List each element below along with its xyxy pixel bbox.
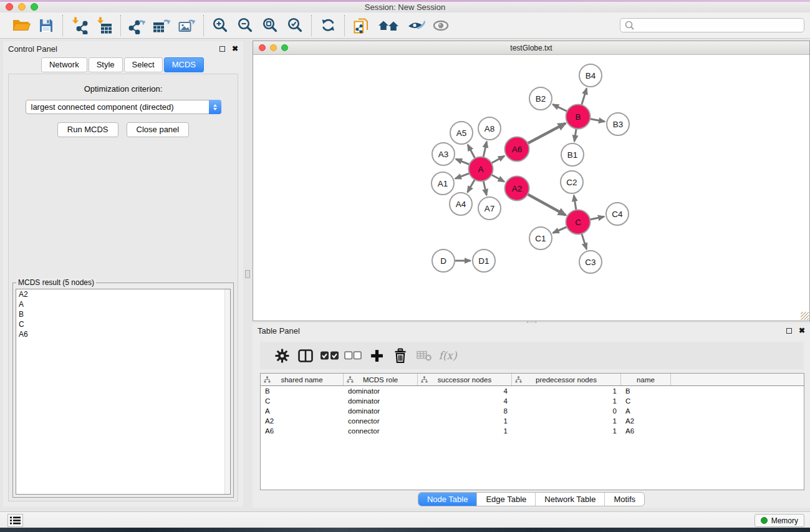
mcds-result-item[interactable]: A2 — [16, 289, 230, 299]
svg-text:A: A — [478, 165, 483, 174]
graph-node-C3[interactable]: C3 — [579, 251, 602, 273]
graph-node-C[interactable]: C — [566, 210, 591, 235]
tab-node-table[interactable]: Node Table — [418, 493, 477, 506]
float-panel-icon[interactable] — [786, 328, 792, 334]
search-input[interactable] — [635, 19, 804, 31]
graph-node-A7[interactable]: A7 — [478, 197, 501, 220]
table-cell: C — [261, 397, 344, 405]
mcds-result-item[interactable]: C — [16, 319, 230, 329]
deselect-all-button[interactable] — [341, 351, 365, 360]
column-header-name[interactable]: name — [621, 374, 671, 385]
clone-network-button[interactable] — [351, 16, 371, 36]
network-zoom-button[interactable] — [281, 44, 288, 51]
mcds-result-item[interactable]: B — [16, 309, 230, 319]
import-table-button[interactable] — [94, 16, 114, 36]
table-row[interactable]: Cdominator41C — [261, 396, 804, 406]
memory-button[interactable]: Memory — [755, 514, 804, 527]
graph-node-A3[interactable]: A3 — [432, 143, 455, 165]
tab-motifs[interactable]: Motifs — [604, 493, 644, 506]
import-network-button[interactable] — [69, 16, 89, 36]
table-row[interactable]: Bdominator41B — [261, 386, 804, 396]
close-panel-button[interactable]: Close panel — [127, 122, 190, 137]
tab-edge-table[interactable]: Edge Table — [476, 493, 535, 506]
table-row[interactable]: Adominator80A — [261, 406, 804, 416]
export-table-button[interactable] — [152, 16, 172, 36]
graph-node-B3[interactable]: B3 — [607, 113, 629, 135]
control-panel-tabs: Network Style Select MCDS — [3, 57, 243, 72]
delete-row-button[interactable] — [388, 348, 412, 364]
table-row[interactable]: A2connector11A2 — [261, 416, 804, 426]
toggle-graphics-details-button[interactable] — [406, 16, 426, 36]
zoom-out-button[interactable] — [235, 16, 255, 36]
export-image-button[interactable] — [177, 16, 197, 36]
graph-node-A4[interactable]: A4 — [450, 193, 472, 215]
network-graph: A A1 A2 A3 A4 A5 A6 A7 A8 B B1 B2 B3 — [253, 55, 809, 321]
svg-text:A2: A2 — [512, 184, 523, 193]
graph-node-A2[interactable]: A2 — [505, 177, 529, 201]
mcds-result-item[interactable]: A — [16, 299, 230, 309]
table-row[interactable]: A6connector11A6 — [261, 426, 804, 436]
show-details-button[interactable] — [431, 16, 451, 36]
column-header-shared-name[interactable]: shared name — [261, 374, 344, 385]
function-builder-button-disabled[interactable]: f(x) — [436, 349, 460, 362]
save-session-button[interactable] — [36, 16, 56, 36]
desktop-edge — [0, 528, 810, 532]
network-close-button[interactable] — [259, 44, 266, 51]
tab-network[interactable]: Network — [41, 57, 87, 72]
refresh-button[interactable] — [318, 16, 338, 36]
mcds-result-item[interactable]: A6 — [16, 329, 230, 339]
add-row-button[interactable] — [365, 349, 388, 363]
graph-node-A5[interactable]: A5 — [450, 122, 473, 144]
open-file-button[interactable] — [11, 16, 31, 36]
criterion-dropdown[interactable]: largest connected component (directed) — [26, 100, 221, 114]
float-panel-icon[interactable] — [219, 46, 225, 52]
svg-text:B: B — [575, 112, 581, 122]
zoom-fit-button[interactable] — [260, 16, 280, 36]
task-history-button[interactable] — [7, 514, 23, 527]
graph-node-A8[interactable]: A8 — [478, 117, 501, 140]
export-image-icon — [178, 17, 196, 34]
graph-node-A6[interactable]: A6 — [505, 137, 529, 162]
tab-mcds[interactable]: MCDS — [164, 57, 204, 72]
column-header-mcds-role[interactable]: MCDS role — [344, 374, 418, 385]
table-settings-button[interactable] — [270, 349, 294, 363]
select-all-button[interactable] — [317, 351, 341, 360]
graph-node-B4[interactable]: B4 — [579, 64, 602, 87]
column-header-successor-nodes[interactable]: successor nodes — [418, 374, 512, 385]
close-panel-icon[interactable]: ✖ — [232, 45, 238, 52]
graph-node-B2[interactable]: B2 — [529, 87, 552, 110]
tab-network-table[interactable]: Network Table — [535, 493, 604, 506]
graph-node-A1[interactable]: A1 — [432, 172, 454, 195]
main-toolbar — [0, 12, 810, 39]
zoom-selected-button[interactable] — [285, 16, 305, 36]
toggle-graphics-details-icon — [407, 17, 425, 34]
graph-node-C4[interactable]: C4 — [606, 203, 629, 225]
show-column-button[interactable] — [294, 349, 317, 362]
graph-node-C1[interactable]: C1 — [529, 227, 552, 249]
run-mcds-button[interactable]: Run MCDS — [57, 122, 118, 137]
tab-select[interactable]: Select — [124, 57, 163, 72]
column-header-predecessor-nodes[interactable]: predecessor nodes — [512, 374, 621, 385]
window-resize-grip[interactable] — [801, 312, 809, 320]
delete-table-button-disabled[interactable] — [412, 349, 436, 362]
table-cell: dominator — [344, 407, 418, 415]
search-field[interactable] — [620, 18, 804, 32]
network-minimize-button[interactable] — [270, 44, 277, 51]
graph-node-B1[interactable]: B1 — [561, 143, 584, 166]
zoom-fit-icon — [262, 17, 279, 34]
scrollbar-track[interactable] — [224, 289, 230, 494]
tab-style[interactable]: Style — [89, 57, 123, 72]
vertical-splitter-handle[interactable] — [245, 270, 250, 278]
network-canvas[interactable]: A A1 A2 A3 A4 A5 A6 A7 A8 B B1 B2 B3 — [253, 55, 809, 321]
graph-node-D[interactable]: D — [432, 249, 455, 272]
graph-node-A[interactable]: A — [469, 157, 493, 181]
graph-node-D1[interactable]: D1 — [473, 249, 495, 272]
export-network-button[interactable] — [127, 16, 147, 36]
graph-node-C2[interactable]: C2 — [561, 171, 583, 193]
table-cell: A2 — [261, 417, 344, 425]
close-panel-icon[interactable]: ✖ — [799, 327, 805, 334]
network-window-titlebar[interactable]: testGlobe.txt — [253, 41, 809, 55]
zoom-in-button[interactable] — [210, 16, 230, 36]
graph-node-B[interactable]: B — [566, 105, 591, 129]
home-view-button[interactable] — [376, 16, 401, 36]
